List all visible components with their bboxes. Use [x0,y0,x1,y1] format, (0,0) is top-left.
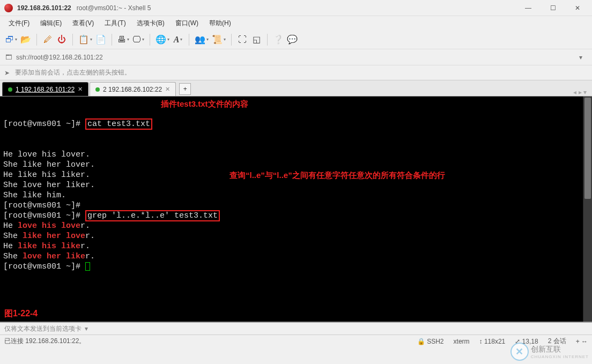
menu-edit[interactable]: 编辑(E) [37,18,65,29]
maximize-button[interactable]: ☐ [541,1,565,16]
toolbar-separator [72,34,73,46]
watermark-logo-icon: ✕ [510,343,529,361]
color-icon[interactable]: 🌐 [154,32,171,47]
disconnect-icon[interactable]: ⏻ [55,32,68,47]
menu-view[interactable]: 查看(V) [69,18,97,29]
copy-icon[interactable]: 📋 [77,32,93,47]
terminal-line: [root@vms001 ~]# grep 'l..e.*l..e' test3… [3,211,580,221]
terminal-line: She like her lover. [3,160,580,170]
address-dropdown-icon[interactable]: ▾ [579,54,588,61]
terminal-line: She love her liker. [3,180,580,190]
menu-tabs[interactable]: 选项卡(B) [134,18,168,29]
hint-bar: ➤ 要添加当前会话，点击左侧的箭头按钮。 [0,65,592,80]
add-tab-button[interactable]: + [179,83,191,95]
script-icon[interactable]: 📜 [211,32,227,47]
address-bar: 🗔 ▾ [0,49,592,65]
minimize-button[interactable]: — [516,1,541,16]
terminal-scrollbar[interactable] [583,96,592,322]
terminal-line: She love her liker. [3,251,580,262]
toolbar: 🗗📂🖉⏻📋📄🖶🖵🌐A👥📜⛶◱❔💬 [0,30,592,49]
app-icon [4,4,13,12]
watermark: ✕ 创新互联 CHUANGXIN INTERNET [510,343,589,361]
hint-text: 要添加当前会话，点击左侧的箭头按钮。 [15,68,131,77]
status-connection: 已连接 192.168.26.101:22。 [4,337,85,346]
address-input[interactable] [16,54,579,61]
terminal-line: She like her lover. [3,231,580,241]
toolbar-separator [231,34,232,46]
tab-session-2[interactable]: 2 192.168.26.102:22 ✕ [90,82,176,96]
hint-arrow-icon[interactable]: ➤ [4,69,12,77]
title-bar: 192.168.26.101:22 root@vms001:~ - Xshell… [0,0,592,16]
send-bar: 仅将文本发送到当前选项卡 ▾ [0,322,592,335]
status-term: xterm [454,338,470,345]
toolbar-separator [36,34,37,46]
toolbar-separator [189,34,189,46]
annotation-grep: 查询“l..e”与“l..e”之间有任意字符任意次的所有符合条件的行 [230,170,445,180]
menu-tools[interactable]: 工具(T) [101,18,129,29]
toolbar-separator [112,34,112,46]
figure-label: 图1-22-4 [4,308,38,318]
status-size: ↕ 118x21 [479,338,506,345]
terminal-line: [root@vms001 ~]# [3,262,580,272]
menu-file[interactable]: 文件(F) [5,18,33,29]
terminal-line: [root@vms001 ~]# cat test3.txt [3,119,580,129]
terminal-line: He love his lover. [3,150,580,160]
fullscreen-icon[interactable]: ⛶ [236,32,249,47]
help-icon[interactable]: ❔ [272,32,285,47]
tab-close-icon[interactable]: ✕ [165,86,170,93]
terminal-line: She like him. [3,190,580,200]
status-dot-icon [95,87,100,92]
send-mode-label: 仅将文本发送到当前选项卡 [4,324,82,333]
address-lock-icon: 🗔 [4,54,13,61]
menu-bar: 文件(F) 编辑(E) 查看(V) 工具(T) 选项卡(B) 窗口(W) 帮助(… [0,16,592,30]
tab-close-icon[interactable]: ✕ [78,86,83,93]
watermark-sub: CHUANGXIN INTERNET [531,354,589,359]
menu-help[interactable]: 帮助(H) [206,18,234,29]
tab-strip: 1 192.168.26.101:22 ✕ 2 192.168.26.102:2… [0,80,592,96]
terminal-line: He like his liker. [3,241,580,251]
users-icon[interactable]: 👥 [194,32,210,47]
window-title-sub: root@vms001:~ - Xshell 5 [77,4,151,12]
terminal-line: [root@vms001 ~]# [3,200,580,211]
status-bar: 已连接 192.168.26.101:22。 🔒 SSH2 xterm ↕ 11… [0,335,592,347]
terminal-line: He love his lover. [3,221,580,231]
screen-icon[interactable]: 🖵 [131,32,145,47]
status-dot-icon [8,87,12,92]
find-icon[interactable]: 🖶 [116,32,130,47]
menu-window[interactable]: 窗口(W) [172,18,202,29]
watermark-brand: 创新互联 [531,345,561,353]
chat-icon[interactable]: 💬 [286,32,299,47]
open-icon[interactable]: 📂 [19,32,32,47]
window-controls: — ☐ ✕ [516,1,590,16]
terminal-pane: [root@vms001 ~]# cat test3.txt图1-22-4 He… [0,96,592,322]
send-mode-dropdown-icon[interactable]: ▾ [85,325,88,332]
tab-session-1[interactable]: 1 192.168.26.101:22 ✕ [2,82,88,96]
paste-icon[interactable]: 📄 [94,32,107,47]
new-session-icon[interactable]: 🗗 [4,32,18,47]
status-lock-icon: 🔒 SSH2 [417,338,444,345]
terminal[interactable]: [root@vms001 ~]# cat test3.txt图1-22-4 He… [0,96,583,322]
cursor-icon [85,262,90,271]
tab-label: 2 192.168.26.102:22 [103,86,162,93]
tab-label: 1 192.168.26.101:22 [16,86,75,93]
toolbar-separator [150,34,150,46]
annotation-cat: 插件test3.txt文件的内容 [161,99,248,109]
reconnect-icon[interactable]: 🖉 [41,32,54,47]
transparent-icon[interactable]: ◱ [250,32,263,47]
tab-scroll-arrows[interactable]: ◂ ▸ ▾ [573,88,590,96]
window-title-main: 192.168.26.101:22 [17,4,71,12]
font-icon[interactable]: A [172,32,184,47]
toolbar-separator [267,34,268,46]
close-button[interactable]: ✕ [565,1,590,16]
